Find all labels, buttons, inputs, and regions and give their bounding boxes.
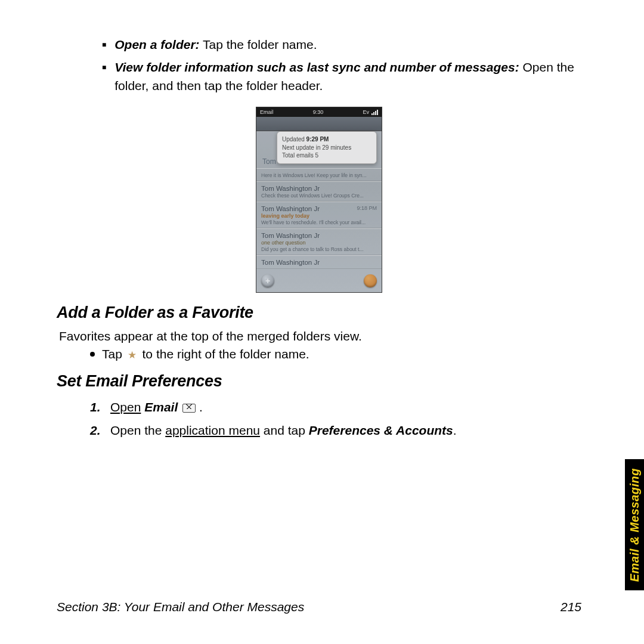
popup-line2: Next update in 29 minutes [282,144,371,152]
step-2: 2. Open the application menu and tap Pre… [90,421,581,441]
mail-preview: We'll have to reschedule. I'll check you… [261,219,377,225]
bullet-open-folder: ■ Open a folder: Tap the folder name. [102,36,581,54]
fav-text-pre: Tap [102,347,126,361]
popup-line1-pre: Updated [282,136,306,143]
phone-status-bar: Email 9:30 Ev [256,107,382,117]
popup-line1-time: 9:29 PM [306,136,329,143]
phone-frame: Email 9:30 Ev Tom Updated 9:29 PM Next u… [256,107,382,293]
step-1-content: Open Email . [110,398,203,417]
bullet-text: Tap the folder name. [200,38,317,51]
mail-preview: Here it is Windows Live! Keep your life … [261,172,377,178]
fav-text-post: to the right of the folder name. [139,347,309,361]
square-bullet-icon: ■ [102,40,106,50]
network-ev-label: Ev [363,109,369,115]
obscured-sender-name: Tom [262,157,276,166]
mail-item: Here it is Windows Live! Keep your life … [256,168,382,181]
numbered-steps: 1. Open Email . 2. Open the application … [90,398,581,440]
popup-line3: Total emails 5 [282,151,371,160]
step-number: 1. [90,398,102,417]
mail-preview: Did you get a chance to talk to Ross abo… [261,246,377,252]
mail-item: Tom Washington Jr9:18 PM leaving early t… [256,202,382,228]
step-1: 1. Open Email . [90,398,581,417]
mail-item: Tom Washington Jr Check these out Window… [256,181,382,202]
phone-subheader [256,117,382,131]
step-number: 2. [90,421,102,441]
bullet-label: Open a folder: [114,38,199,51]
mail-list: Here it is Windows Live! Keep your life … [256,168,382,269]
page-content: ■ Open a folder: Tap the folder name. ■ … [57,36,581,444]
folder-info-popup: Updated 9:29 PM Next update in 29 minute… [277,131,377,164]
mail-from: Tom Washington Jr [261,185,320,192]
signal-bars-icon [371,110,378,115]
heading-add-favorite: Add a Folder as a Favorite [57,304,581,322]
mail-item: Tom Washington Jr [256,255,382,269]
footer-section-label: Section 3B: Your Email and Other Message… [57,600,304,614]
mail-from: Tom Washington Jr [261,232,320,239]
bullet-label: View folder information such as last syn… [114,60,519,74]
email-icon [182,404,196,413]
embedded-screenshot: Email 9:30 Ev Tom Updated 9:29 PM Next u… [57,107,581,293]
favorites-paragraph: Favorites appear at the top of the merge… [59,329,581,343]
favorite-instruction: Tap ★ to the right of the folder name. [90,347,581,361]
mail-from: Tom Washington Jr [261,205,320,212]
section-side-tab: Email & Messaging [625,459,644,590]
mail-subject: leaving early today [261,213,377,219]
top-bullet-list: ■ Open a folder: Tap the folder name. ■ … [102,36,581,95]
star-icon: ★ [127,350,138,361]
mail-from: Tom Washington Jr [261,259,320,266]
step-2-content: Open the application menu and tap Prefer… [110,421,457,441]
round-bullet-icon [90,352,95,357]
app-name-label: Email [260,109,274,115]
bullet-view-folder-info: ■ View folder information such as last s… [102,58,581,95]
square-bullet-icon: ■ [102,63,106,73]
compose-plus-button: + [261,274,274,287]
mail-time: 9:18 PM [357,205,377,212]
page-footer: Section 3B: Your Email and Other Message… [57,600,581,614]
refresh-fab-button [364,274,377,287]
status-time: 9:30 [313,109,324,115]
mail-preview: Check these out Windows Live! Groups Cre… [261,193,377,199]
mail-subject: one other question [261,240,377,246]
page-number: 215 [561,600,581,614]
side-tab-label: Email & Messaging [628,468,642,582]
mail-item: Tom Washington Jr one other question Did… [256,228,382,255]
heading-set-preferences: Set Email Preferences [57,372,581,391]
